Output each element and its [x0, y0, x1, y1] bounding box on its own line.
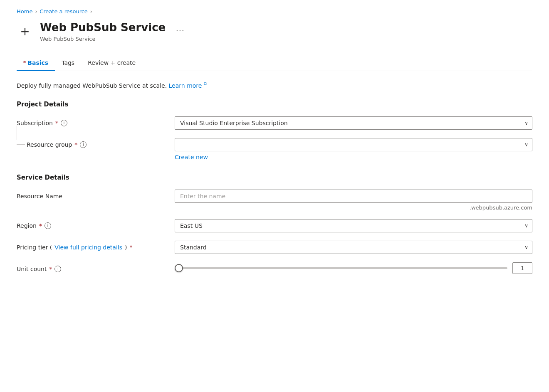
resource-name-label-col: Resource Name	[17, 190, 175, 200]
region-select-wrapper: East US East US 2 West US West US 2 Cent…	[175, 219, 532, 232]
breadcrumb: Home › Create a resource ›	[17, 8, 532, 15]
subscription-label-col: Subscription * i	[17, 116, 175, 126]
subscription-label: Subscription * i	[17, 120, 166, 126]
tab-basics-star: *	[23, 60, 26, 66]
region-label-col: Region * i	[17, 219, 175, 229]
page-subtitle: Web PubSub Service	[40, 36, 188, 42]
pricing-tier-required-star: *	[129, 244, 132, 251]
unit-count-info-icon[interactable]: i	[54, 266, 61, 272]
region-control-col: East US East US 2 West US West US 2 Cent…	[175, 219, 532, 232]
resource-group-info-icon[interactable]: i	[80, 141, 87, 148]
resource-group-select[interactable]	[175, 138, 532, 151]
header-text: Web PubSub Service ... Web PubSub Servic…	[40, 21, 188, 42]
pricing-tier-label-col: Pricing tier (View full pricing details)…	[17, 241, 175, 251]
page-title: Web PubSub Service ...	[40, 21, 188, 35]
tab-tags[interactable]: Tags	[55, 55, 81, 71]
pricing-tier-select[interactable]: Standard Free	[175, 241, 532, 254]
unit-count-row: Unit count * i	[17, 262, 532, 274]
unit-count-required-star: *	[49, 266, 52, 272]
unit-count-control-col	[175, 262, 532, 274]
region-info-icon[interactable]: i	[45, 222, 51, 229]
subscription-select-wrapper: Visual Studio Enterprise Subscription ∨	[175, 116, 532, 130]
resource-group-required-star: *	[74, 141, 77, 148]
region-select[interactable]: East US East US 2 West US West US 2 Cent…	[175, 219, 532, 232]
breadcrumb-home[interactable]: Home	[17, 8, 32, 15]
region-row: Region * i East US East US 2 West US Wes…	[17, 219, 532, 232]
subscription-row: Subscription * i Visual Studio Enterpris…	[17, 116, 532, 130]
service-details-title: Service Details	[17, 174, 532, 181]
resource-group-label: Resource group * i	[27, 141, 166, 148]
service-icon: +	[17, 23, 33, 39]
resource-group-select-wrapper: ∨	[175, 138, 532, 151]
breadcrumb-sep-1: ›	[35, 9, 37, 15]
resource-name-row: Resource Name .webpubsub.azure.com	[17, 190, 532, 211]
resource-name-control-col: .webpubsub.azure.com	[175, 190, 532, 211]
resource-group-label-col: Resource group * i	[17, 138, 175, 148]
page-header: + Web PubSub Service ... Web PubSub Serv…	[17, 21, 532, 42]
pricing-tier-row: Pricing tier (View full pricing details)…	[17, 241, 532, 254]
resource-group-row: Resource group * i ∨ Create new	[17, 138, 532, 160]
subscription-control-col: Visual Studio Enterprise Subscription ∨	[175, 116, 532, 130]
unit-count-label-col: Unit count * i	[17, 262, 175, 272]
more-options-button[interactable]: ...	[173, 23, 188, 35]
region-required-star: *	[39, 222, 42, 229]
unit-count-value[interactable]	[512, 262, 532, 274]
subscription-select[interactable]: Visual Studio Enterprise Subscription	[175, 116, 532, 130]
subscription-required-star: *	[55, 120, 58, 126]
resource-name-suffix: .webpubsub.azure.com	[175, 205, 532, 211]
subscription-info-icon[interactable]: i	[61, 120, 67, 126]
pricing-tier-label: Pricing tier (View full pricing details)…	[17, 244, 166, 251]
project-details-section: Project Details Subscription * i Visual …	[17, 101, 532, 160]
unit-count-slider-container	[175, 262, 532, 274]
external-link-icon: ⧉	[204, 81, 207, 86]
region-label: Region * i	[17, 222, 166, 229]
breadcrumb-create-resource[interactable]: Create a resource	[40, 8, 88, 15]
resource-name-input[interactable]	[175, 190, 532, 203]
pricing-tier-control-col: Standard Free ∨	[175, 241, 532, 254]
page-container: Home › Create a resource › + Web PubSub …	[0, 0, 549, 296]
unit-count-label: Unit count * i	[17, 266, 166, 272]
view-pricing-link[interactable]: View full pricing details	[54, 244, 122, 251]
create-new-link[interactable]: Create new	[175, 154, 208, 160]
learn-more-link[interactable]: Learn more ⧉	[169, 82, 207, 89]
service-details-section: Service Details Resource Name .webpubsub…	[17, 174, 532, 274]
breadcrumb-sep-2: ›	[90, 9, 92, 15]
resource-group-control-col: ∨ Create new	[175, 138, 532, 160]
tab-basics[interactable]: * Basics	[17, 55, 55, 71]
description-text: Deploy fully managed WebPubSub Service a…	[17, 81, 532, 89]
project-details-title: Project Details	[17, 101, 532, 108]
resource-name-label: Resource Name	[17, 193, 166, 200]
tab-review-create[interactable]: Review + create	[81, 55, 142, 71]
tabs-container: * Basics Tags Review + create	[17, 55, 532, 71]
unit-count-slider[interactable]	[175, 267, 507, 269]
pricing-tier-select-wrapper: Standard Free ∨	[175, 241, 532, 254]
